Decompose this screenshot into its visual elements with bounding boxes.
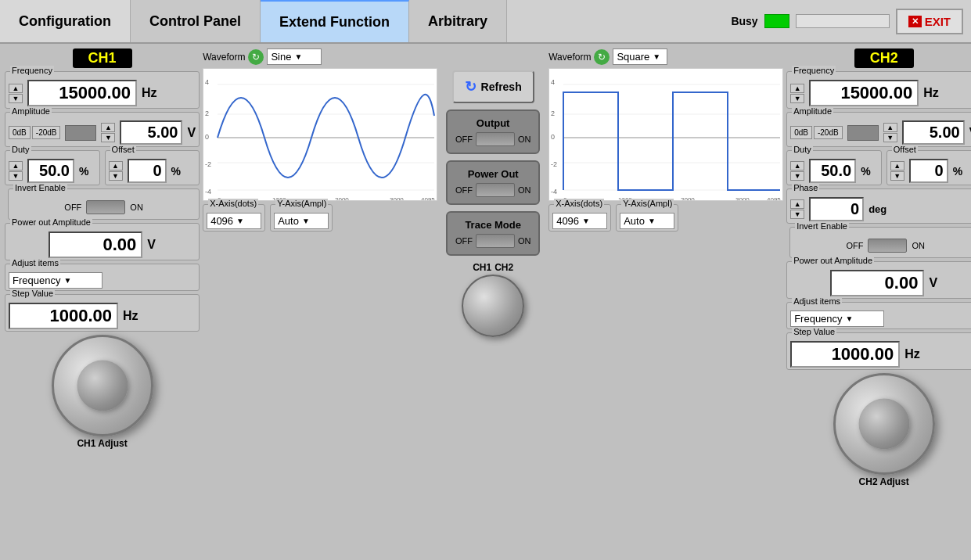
ch2-adjust-dropdown[interactable]: Frequency ▼ [790, 311, 884, 327]
ch1-step-unit: Hz [123, 309, 138, 323]
exit-button[interactable]: ✕ EXIT [896, 9, 963, 34]
ch2-amplitude-down[interactable]: ▼ [883, 133, 897, 142]
ch1-waveform-svg: 4 2 0 -2 -4 0 1000 [203, 68, 437, 201]
tab-arbitrary[interactable]: Arbitrary [409, 0, 507, 42]
tab-extend-function-label: Extend Function [279, 14, 390, 31]
ch2-offset-stepper[interactable]: ▲ ▼ [890, 161, 904, 181]
refresh-spin-icon: ↻ [465, 78, 477, 95]
ch2-frequency-up[interactable]: ▲ [790, 84, 804, 93]
ch1-knob[interactable] [52, 335, 153, 436]
svg-text:4095: 4095 [767, 196, 781, 201]
ch2-20db-button[interactable]: -20dB [814, 126, 843, 139]
ch1-waveform-refresh-icon[interactable]: ↻ [248, 49, 264, 65]
busy-area: Busy ✕ EXIT [723, 0, 971, 42]
ch1-invert-label: Invert Enable [13, 183, 67, 192]
ch2-offset-up[interactable]: ▲ [890, 161, 904, 171]
ch1-20db-button[interactable]: -20dB [32, 126, 61, 139]
refresh-button[interactable]: ↻ Refresh [452, 70, 534, 103]
trace-toggle[interactable] [476, 234, 515, 248]
ch1-offset-unit: % [171, 165, 181, 178]
exit-icon: ✕ [908, 16, 922, 27]
trace-mode-label: Trace Mode [465, 219, 521, 231]
ch2-xaxis-dropdown[interactable]: 4096 ▼ [552, 213, 607, 229]
ch1-adjust-dropdown[interactable]: Frequency ▼ [9, 272, 102, 289]
ch2-yaxis-value: Auto [624, 215, 645, 227]
ch2-phase-down[interactable]: ▼ [790, 210, 804, 219]
ch1-frequency-stepper[interactable]: ▲ ▼ [9, 84, 23, 103]
ch1-frequency-input[interactable] [27, 80, 137, 106]
power-out-toggle[interactable] [476, 183, 515, 197]
ch2-frequency-stepper[interactable]: ▲ ▼ [790, 84, 804, 103]
ch2-frequency-section: Frequency ▲ ▼ Hz [786, 71, 971, 109]
ch2-power-amp-input[interactable] [830, 270, 924, 296]
ch1-offset-up[interactable]: ▲ [109, 161, 123, 171]
ch1-waveform-dropdown[interactable]: Sine ▼ [267, 48, 322, 65]
power-out-label: Power Out [468, 168, 519, 180]
ch2-frequency-down[interactable]: ▼ [790, 94, 804, 103]
ch2-db-display [847, 125, 879, 141]
tab-configuration[interactable]: Configuration [0, 0, 131, 42]
ch2-duty-down[interactable]: ▼ [790, 171, 804, 181]
ch1-power-amp-label: Power out Amplitude [10, 217, 92, 227]
ch2-offset-input[interactable] [909, 159, 948, 183]
ch1-amplitude-up[interactable]: ▲ [101, 123, 115, 132]
ch2-knob[interactable] [833, 373, 935, 475]
ch1-power-amp-input[interactable] [49, 232, 142, 258]
ch2-duty-label: Duty [792, 145, 813, 154]
ch1-xaxis-arrow: ▼ [236, 217, 244, 225]
ch1-amplitude-input[interactable] [120, 120, 182, 145]
ch2-waveform-area: Waveform ↻ Square ▼ 4 2 0 -2 -4 [548, 48, 783, 232]
ch1-offset-stepper[interactable]: ▲ ▼ [109, 161, 123, 181]
output-toggle[interactable] [476, 132, 515, 146]
ch2-phase-input[interactable] [809, 197, 864, 221]
ch1-duty-unit: % [79, 165, 88, 178]
ch2-amplitude-up[interactable]: ▲ [883, 123, 897, 132]
ch2-waveform-dropdown[interactable]: Square ▼ [613, 48, 667, 65]
ch1-panel: CH1 Frequency ▲ ▼ Hz Amplitude 0dB -20dB [5, 48, 200, 555]
ch1-0db-button[interactable]: 0dB [9, 126, 31, 139]
ch1-frequency-up[interactable]: ▲ [9, 84, 23, 93]
ch2-amplitude-section: Amplitude 0dB -20dB ▲ ▼ V [786, 112, 971, 147]
svg-text:4: 4 [205, 78, 209, 86]
ch1-step-input[interactable] [9, 303, 118, 329]
ch1-offset-input[interactable] [128, 159, 167, 183]
ch12-knob[interactable] [462, 275, 524, 337]
ch2-duty-input[interactable] [809, 159, 856, 183]
ch1-duty-section: Duty ▲ ▼ % [5, 150, 100, 185]
ch1-invert-toggle[interactable] [86, 200, 125, 214]
tab-extend-function[interactable]: Extend Function [261, 0, 409, 42]
power-out-off-label: OFF [455, 185, 473, 195]
ch2-step-input[interactable] [790, 341, 900, 368]
ch2-amplitude-input[interactable] [902, 120, 965, 145]
ch2-frequency-input[interactable] [809, 80, 919, 106]
svg-text:2: 2 [551, 109, 555, 117]
ch2-offset-down[interactable]: ▼ [890, 171, 904, 181]
ch2-amplitude-stepper[interactable]: ▲ ▼ [883, 123, 897, 142]
svg-text:2000: 2000 [681, 196, 695, 201]
ch1-duty-up[interactable]: ▲ [9, 161, 23, 171]
ch1-frequency-section: Frequency ▲ ▼ Hz [5, 71, 200, 109]
ch1-frequency-down[interactable]: ▼ [9, 94, 23, 103]
ch2-duty-stepper[interactable]: ▲ ▼ [790, 161, 804, 181]
ch2-duty-offset-row: Duty ▲ ▼ % Offset ▲ ▼ [786, 150, 971, 185]
ch2-phase-up[interactable]: ▲ [790, 199, 804, 209]
ch2-invert-toggle[interactable] [868, 239, 907, 253]
svg-text:0: 0 [551, 133, 555, 141]
ch1-offset-down[interactable]: ▼ [109, 171, 123, 181]
ch1-amplitude-stepper[interactable]: ▲ ▼ [101, 123, 115, 142]
ch1-duty-down[interactable]: ▼ [9, 171, 23, 181]
ch2-0db-button[interactable]: 0dB [790, 126, 812, 139]
ch2-yaxis-dropdown[interactable]: Auto ▼ [620, 213, 674, 229]
ch1-yaxis-dropdown[interactable]: Auto ▼ [274, 213, 329, 229]
tab-control-panel[interactable]: Control Panel [131, 0, 261, 42]
ch1-duty-stepper[interactable]: ▲ ▼ [9, 161, 23, 181]
ch1-amplitude-unit: V [187, 126, 196, 140]
svg-text:-2: -2 [551, 160, 557, 168]
ch12-labels: CH1 CH2 [473, 262, 513, 273]
ch1-amplitude-down[interactable]: ▼ [101, 133, 115, 142]
ch1-duty-input[interactable] [27, 159, 74, 183]
ch2-duty-up[interactable]: ▲ [790, 161, 804, 171]
ch2-waveform-refresh-icon[interactable]: ↻ [594, 49, 610, 65]
ch2-phase-stepper[interactable]: ▲ ▼ [790, 199, 804, 219]
ch1-xaxis-dropdown[interactable]: 4096 ▼ [207, 213, 261, 229]
